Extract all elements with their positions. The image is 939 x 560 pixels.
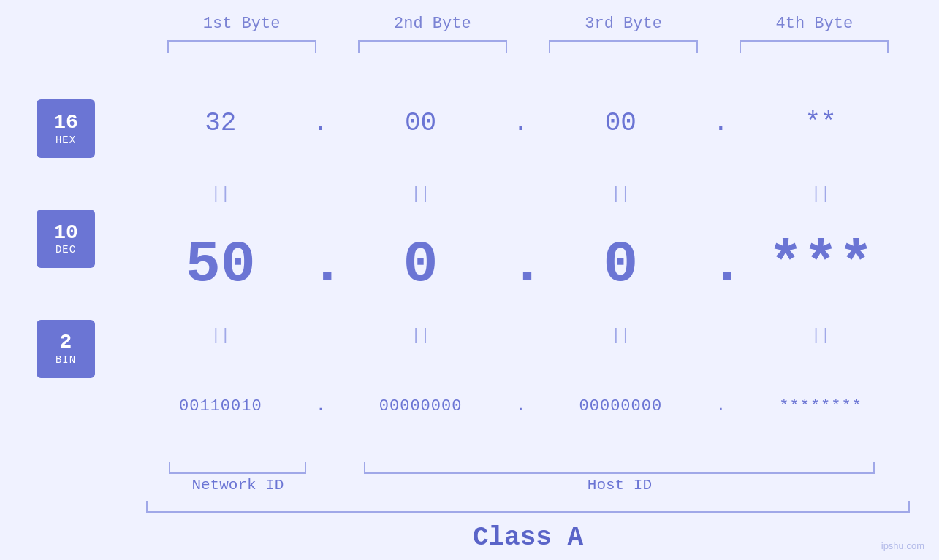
host-bracket-line <box>364 462 875 474</box>
byte-label-1: 1st Byte <box>146 15 337 33</box>
bottom-section: Network ID Host ID Class A <box>29 462 910 553</box>
eq-1-4: || <box>731 185 910 203</box>
dec-dot-2: . <box>510 231 532 298</box>
byte-labels-row: 1st Byte 2nd Byte 3rd Byte 4th Byte <box>29 15 910 33</box>
hex-name: HEX <box>56 134 76 146</box>
eq-1-2: || <box>332 185 510 203</box>
bin-row: 00110010 . 00000000 . 00000000 . *******… <box>132 350 910 462</box>
eq-2-3: || <box>532 326 710 345</box>
hex-val-4: ** <box>731 108 910 138</box>
bin-val-4: ******** <box>731 397 910 415</box>
full-bottom-bracket <box>146 501 910 513</box>
dec-val-3: 0 <box>532 231 710 298</box>
bin-val-3: 00000000 <box>532 397 710 415</box>
host-bracket-container <box>330 462 910 474</box>
dec-dot-1: . <box>310 231 332 298</box>
base-labels: 16 HEX 10 DEC 2 BIN <box>29 66 132 462</box>
bin-cells: 00110010 . 00000000 . 00000000 . *******… <box>132 397 910 415</box>
network-id-label: Network ID <box>146 477 330 494</box>
watermark: ipshu.com <box>881 540 924 551</box>
dec-val-2: 0 <box>332 231 510 298</box>
main-container: 1st Byte 2nd Byte 3rd Byte 4th Byte 16 H… <box>0 0 939 560</box>
segment-label-row: Network ID Host ID <box>146 477 910 494</box>
byte-label-2: 2nd Byte <box>337 15 528 33</box>
bracket-seg-1 <box>146 40 337 53</box>
hex-val-3: 00 <box>532 108 710 138</box>
bin-dot-2: . <box>510 397 532 415</box>
dec-cells: 50 . 0 . 0 . *** <box>132 231 910 298</box>
bracket-seg-4 <box>719 40 910 53</box>
eq-2-1: || <box>132 326 310 345</box>
dec-number: 10 <box>53 222 78 245</box>
base-badge-hex: 16 HEX <box>37 99 95 158</box>
host-id-label: Host ID <box>330 477 910 494</box>
bin-dot-1: . <box>310 397 332 415</box>
hex-dot-1: . <box>310 108 332 138</box>
bracket-seg-3 <box>528 40 719 53</box>
base-badge-dec: 10 DEC <box>37 210 95 268</box>
eq-1-1: || <box>132 185 310 203</box>
byte-label-3: 3rd Byte <box>528 15 719 33</box>
hex-dot-3: . <box>710 108 731 138</box>
byte-label-4: 4th Byte <box>719 15 910 33</box>
segment-bracket-row <box>146 462 910 474</box>
dec-val-4: *** <box>731 231 910 298</box>
hex-val-1: 32 <box>132 108 310 138</box>
base-badge-bin: 2 BIN <box>37 320 95 378</box>
values-area: 32 . 00 . 00 . ** || || || <box>132 66 910 462</box>
network-bracket-container <box>146 462 330 474</box>
class-label: Class A <box>146 523 910 553</box>
dec-name: DEC <box>56 244 76 256</box>
hex-val-2: 00 <box>332 108 510 138</box>
top-bracket-row <box>29 40 910 53</box>
eq-1-3: || <box>532 185 710 203</box>
rows-wrapper: 32 . 00 . 00 . ** || || || <box>132 66 910 462</box>
dec-val-1: 50 <box>132 231 310 298</box>
bin-val-1: 00110010 <box>132 397 310 415</box>
main-area: 16 HEX 10 DEC 2 BIN 32 . 00 <box>29 66 910 462</box>
eq-row-1: || || || || <box>132 179 910 208</box>
eq-2-2: || <box>332 326 510 345</box>
dec-dot-3: . <box>710 231 731 298</box>
bracket-seg-2 <box>337 40 528 53</box>
hex-cells: 32 . 00 . 00 . ** <box>132 108 910 138</box>
bin-val-2: 00000000 <box>332 397 510 415</box>
bin-number: 2 <box>60 331 72 354</box>
hex-number: 16 <box>53 112 78 134</box>
network-bracket-line <box>169 462 306 474</box>
hex-dot-2: . <box>510 108 532 138</box>
eq-2-4: || <box>731 326 910 345</box>
dec-row: 50 . 0 . 0 . *** <box>132 208 910 321</box>
eq-row-2: || || || || <box>132 321 910 350</box>
bin-dot-3: . <box>710 397 731 415</box>
bin-name: BIN <box>56 354 76 366</box>
hex-row: 32 . 00 . 00 . ** <box>132 66 910 179</box>
